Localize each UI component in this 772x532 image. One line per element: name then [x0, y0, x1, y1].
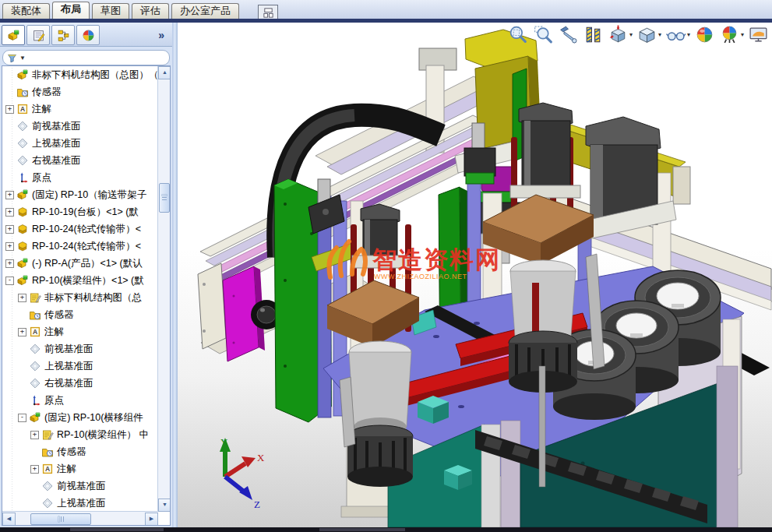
command-tab[interactable]: 评估	[132, 3, 169, 19]
tree-expander[interactable]: +	[5, 225, 14, 234]
heads-up-view-toolbar: ▾ ▾ ▾ ▾	[508, 24, 769, 45]
tree-item-label: RP-10-24(轮式传输带）<	[32, 240, 141, 253]
scroll-left-button[interactable]: ◀	[2, 513, 16, 526]
tree-item-icon	[16, 137, 29, 150]
watermark-title: 智造资料网	[372, 246, 501, 273]
tree-filter-input[interactable]: ▼	[2, 50, 170, 65]
tree-item[interactable]: 上视基准面	[2, 495, 158, 512]
tree-item-label: 上视基准面	[44, 360, 93, 373]
command-tab-bar: 装配体 布局 草图 评估 办公室产品	[0, 0, 772, 19]
graphics-viewport[interactable]: ▾ ▾ ▾ ▾	[178, 23, 772, 527]
tree-item-icon	[16, 120, 29, 132]
hud-dropdown-arrow[interactable]: ▾	[687, 31, 690, 38]
tree-vertical-scrollbar[interactable]: ▲ ▼	[157, 66, 170, 512]
tree-item[interactable]: 前视基准面	[2, 477, 158, 495]
tree-item[interactable]: 右视基准面	[2, 152, 158, 169]
tree-item-label: 前视基准面	[57, 480, 106, 493]
tree-item[interactable]: + 注解	[2, 100, 158, 118]
tree-item[interactable]: 非标下料机结构图（总图）（	[2, 66, 158, 83]
tree-expander[interactable]: +	[18, 328, 26, 336]
scroll-right-button[interactable]: ▶	[145, 513, 158, 526]
tree-item[interactable]: + 注解	[2, 323, 158, 340]
tree-expander[interactable]: +	[18, 294, 26, 302]
tree-item[interactable]: + RP-10-19(台板）<1> (默	[2, 203, 158, 220]
tree-item-label: RP-10(横梁组件） 中	[57, 428, 149, 442]
tree-item[interactable]: + (-) RP-A(产品）<1> (默认	[2, 255, 158, 272]
vertical-scroll-thumb[interactable]	[159, 183, 170, 213]
tree-item[interactable]: 右视基准面	[2, 375, 158, 392]
tree-item[interactable]: + RP-10-24(轮式传输带）<	[2, 220, 158, 238]
tree-item[interactable]: + 注解	[2, 460, 158, 477]
tree-expander[interactable]: +	[30, 465, 39, 474]
hud-button[interactable]: ▾	[636, 24, 661, 45]
command-tab[interactable]: 布局	[52, 2, 90, 19]
tree-item[interactable]: 上视基准面	[2, 135, 158, 152]
tree-item-icon	[41, 446, 54, 458]
scroll-up-button[interactable]: ▲	[158, 66, 171, 79]
hud-dropdown-arrow[interactable]: ▾	[658, 31, 661, 38]
tree-item-icon	[41, 497, 54, 509]
panel-tab[interactable]	[76, 25, 100, 45]
tree-expander[interactable]: +	[5, 191, 14, 199]
panel-tab-strip: »	[0, 23, 172, 47]
hud-button[interactable]	[583, 24, 604, 45]
tree-item[interactable]: - RP-10(横梁组件）<1> (默	[2, 272, 158, 289]
tree-item-icon	[29, 360, 41, 372]
hud-button[interactable]	[508, 24, 529, 45]
hud-button[interactable]: ▾	[719, 24, 744, 45]
tree-item[interactable]: + 非标下料机结构图（总	[2, 289, 158, 306]
panel-tab[interactable]	[51, 25, 75, 45]
panel-overflow-chevron[interactable]: »	[158, 29, 169, 41]
tree-expander[interactable]: +	[5, 208, 14, 217]
tree-item-label: 注解	[44, 326, 64, 339]
tree-item-label: RP-10-24(轮式传输带）<	[32, 223, 141, 236]
tree-item-label: (-) RP-A(产品）<1> (默认	[32, 257, 143, 270]
hud-button[interactable]: ▾	[608, 24, 633, 45]
hud-button[interactable]	[558, 24, 579, 45]
feature-tree: 非标下料机结构图（总图）（ 传感器 + 注解 前视基准面	[2, 66, 158, 512]
tree-item-icon	[29, 377, 41, 389]
panel-tab[interactable]	[26, 25, 50, 45]
hud-button[interactable]	[533, 24, 554, 45]
tree-expander[interactable]: +	[5, 242, 14, 251]
tree-item-label: 注解	[32, 103, 51, 116]
cad-model-view[interactable]: 智造资料网 WWW.ZHIZAOZILIAO.NET Y X Z	[178, 23, 772, 527]
hud-dropdown-arrow[interactable]: ▾	[629, 31, 633, 38]
tree-item[interactable]: + RP-10(横梁组件） 中	[2, 426, 158, 443]
tree-item[interactable]: 前视基准面	[2, 340, 158, 358]
hud-button[interactable]	[748, 24, 769, 45]
tree-item[interactable]: 原点	[2, 169, 158, 186]
tree-expander[interactable]: +	[5, 105, 14, 114]
hud-button[interactable]	[694, 24, 715, 45]
tree-item-icon	[29, 291, 41, 304]
triad-z-label: Z	[254, 499, 260, 510]
scroll-down-button[interactable]: ▼	[158, 499, 171, 512]
horizontal-scroll-thumb[interactable]	[30, 513, 91, 525]
tree-item[interactable]: - (固定) RP-10(横移组件	[2, 409, 158, 426]
panel-tab[interactable]	[2, 25, 25, 45]
watermark-url: WWW.ZHIZAOZILIAO.NET	[374, 273, 467, 280]
tree-item[interactable]: 原点	[2, 392, 158, 409]
tree-item[interactable]: 传感器	[2, 83, 158, 100]
tree-horizontal-scrollbar[interactable]: ◀ ▶	[2, 511, 158, 525]
tree-item-icon	[16, 154, 29, 167]
hud-button[interactable]: ▾	[665, 24, 690, 45]
command-tab[interactable]: 草图	[92, 3, 129, 19]
panel-splitter[interactable]	[172, 23, 178, 527]
layout-windows-icon[interactable]	[258, 5, 278, 20]
tree-item[interactable]: + RP-10-24(轮式传输带）<	[2, 238, 158, 255]
filter-dropdown-arrow[interactable]: ▼	[19, 55, 26, 62]
tree-expander[interactable]: -	[5, 277, 14, 285]
tree-expander[interactable]: -	[18, 414, 26, 422]
tree-item[interactable]: + (固定) RP-10（输送带架子	[2, 186, 158, 203]
filter-funnel-icon	[7, 53, 17, 63]
tree-item[interactable]: 上视基准面	[2, 358, 158, 375]
tree-item[interactable]: 传感器	[2, 443, 158, 460]
hud-dropdown-arrow[interactable]: ▾	[741, 31, 744, 38]
tree-expander[interactable]: +	[30, 431, 39, 439]
command-tab[interactable]: 办公室产品	[171, 3, 239, 19]
tree-item[interactable]: 前视基准面	[2, 118, 158, 135]
tree-item[interactable]: 传感器	[2, 306, 158, 323]
tree-expander[interactable]: +	[5, 259, 14, 268]
command-tab[interactable]: 装配体	[2, 3, 50, 19]
